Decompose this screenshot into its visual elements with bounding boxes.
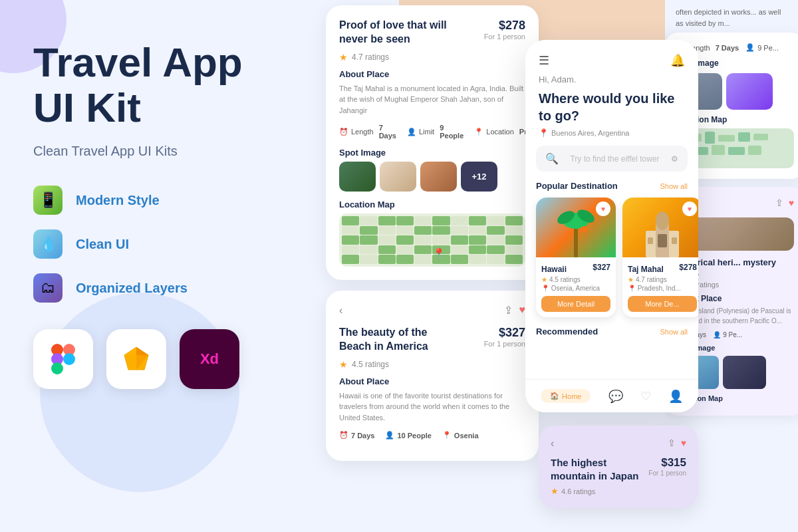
card2-desc: Hawaii is one of the favorite tourist de… [339,390,525,424]
mountain-share-icon[interactable]: ⇪ [668,438,676,450]
nav-chat[interactable]: 💬 [608,389,623,404]
location-value-2: Osenia [454,432,479,440]
sketch-tool[interactable] [106,329,166,389]
organized-label: Organized Layers [76,281,188,296]
limit-value: 9 People [440,124,464,140]
organized-icon: 🗂 [33,273,63,303]
xd-tool[interactable]: Xd [180,329,239,389]
card1-info-row: ⏰ Length 7 Days 👤 Limit 9 People 📍 Locat… [339,124,525,140]
figma-icon [51,344,75,374]
hawaii-detail-btn[interactable]: More Detail [541,296,610,312]
feature-clean: 💧 Clean UI [33,229,279,259]
taj-rating: ★ 4.7 ratings [628,276,697,283]
right-top-text: often depicted in works... as well as vi… [665,0,798,33]
svg-rect-22 [705,132,715,144]
hist-share-icon[interactable]: ⇪ [775,198,783,209]
svg-rect-25 [753,134,768,140]
hawaii-location: 📍 Osenia, America [541,285,610,292]
recommended-title: Recommended [536,327,598,336]
card2-info-row: ⏰ 7 Days 👤 10 People 📍 Osenia [339,431,525,440]
taj-name: Taj Mahal [628,265,664,274]
destinations-row: ♥ Hawaii $327 ★ 4.5 ratings 📍 [525,198,698,317]
hawaii-star: ★ [541,276,547,283]
bell-icon[interactable]: 🔔 [670,53,685,68]
spot-thumb-more: +12 [461,162,497,192]
current-location: Buenos Aires, Argentina [551,129,629,137]
taj-image: ♥ [622,198,698,257]
share-icon[interactable]: ⇪ [504,304,513,317]
features-list: 📱 Modern Style 💧 Clean UI 🗂 Organized La… [33,186,279,303]
profile-icon: 👤 [668,389,683,404]
clean-icon: 💧 [33,229,63,259]
recommended-header: Recommended Show all [525,327,698,336]
card1-price-label: For 1 person [484,33,525,41]
hawaii-rating: ★ 4.5 ratings [541,276,610,283]
hawaii-price: $327 [593,263,610,272]
palm-tree-icon [556,198,596,257]
limit-item-2: 👤 10 People [385,431,431,440]
length-value-2: 7 Days [351,432,374,440]
svg-marker-8 [124,355,148,370]
card2-price-block: $327 For 1 person [484,326,525,348]
taj-star: ★ [628,276,634,283]
svg-rect-23 [718,135,735,142]
taj-info: Taj Mahal $278 ★ 4.7 ratings 📍 Pradesh, … [622,257,698,317]
location-icon: 📍 [474,128,483,136]
show-all-btn-2[interactable]: Show all [660,328,688,336]
figma-tool[interactable] [33,329,93,389]
taj-price: $278 [679,263,697,272]
nav-heart[interactable]: ♡ [640,389,651,404]
dest-card-taj[interactable]: ♥ Taj Mahal $278 ★ 4.7 ratings [622,198,698,317]
limit-value-2: 10 People [397,432,431,440]
mountain-heart-icon[interactable]: ♥ [681,438,686,450]
svg-rect-29 [748,146,761,155]
filter-icon[interactable]: ⚙ [671,154,678,164]
mountain-back-icon[interactable]: ‹ [551,438,554,450]
spot-thumb-1 [339,162,376,192]
card1-header: Proof of love that will never be seen $2… [339,19,525,47]
hawaii-heart[interactable]: ♥ [596,201,610,216]
show-all-btn[interactable]: Show all [660,182,688,190]
location-item-2: 📍 Osenia [442,431,479,440]
map-container: 📍 [339,213,525,267]
limit-item: 👤 Limit 9 People [407,124,464,140]
modern-label: Modern Style [76,193,160,208]
length-item-2: ⏰ 7 Days [339,431,374,440]
dest-card-hawaii[interactable]: ♥ Hawaii $327 ★ 4.5 ratings 📍 [536,198,616,317]
nav-home[interactable]: 🏠 Home [541,389,591,403]
left-panel: Travel App UI Kit Clean Travel App UI Ki… [0,0,306,532]
svg-rect-27 [712,145,725,155]
heart-icon[interactable]: ♥ [519,304,526,317]
card2-nav: ‹ ⇪ ♥ [339,304,525,317]
app-subtitle: Clean Travel App UI Kits [33,144,279,159]
search-icon: 🔍 [545,152,559,165]
search-bar[interactable]: 🔍 Try to find the eiffel tower ⚙ [536,146,688,172]
hawaii-info: Hawaii $327 ★ 4.5 ratings 📍 Osenia, Amer… [536,257,616,317]
card1-rating-row: ★ 4.7 ratings [339,52,525,63]
card1-price: $278 [484,19,525,33]
clock-icon: ⏰ [339,128,348,136]
mountain-nav: ‹ ⇪ ♥ [551,438,686,450]
card2-price: $327 [484,326,525,340]
svg-rect-3 [51,362,63,374]
mountain-price: $315 [648,456,686,469]
people-icon-h: 👤 [713,331,721,338]
hamburger-icon[interactable]: ☰ [539,53,549,68]
modern-icon: 📱 [33,186,63,215]
nav-profile[interactable]: 👤 [668,389,683,404]
mountain-price-label: For 1 person [648,469,686,477]
cards-area: Proof of love that will never be seen $2… [326,0,539,532]
hist-people: 👤 9 Pe... [713,331,742,338]
taj-heart[interactable]: ♥ [682,201,697,216]
about-label-2: About Place [339,376,525,386]
feature-modern: 📱 Modern Style [33,186,279,215]
right-people: 👤 9 Pe... [745,43,779,52]
star-icon-2: ★ [339,359,348,370]
taj-detail-btn[interactable]: More De... [628,296,697,312]
search-placeholder: Try to find the eiffel tower [570,154,659,164]
chat-icon: 💬 [608,389,623,404]
people-icon-2: 👤 [385,431,394,440]
length-label: Length [351,128,374,136]
hist-heart-icon[interactable]: ♥ [789,198,794,209]
back-icon[interactable]: ‹ [339,305,342,317]
